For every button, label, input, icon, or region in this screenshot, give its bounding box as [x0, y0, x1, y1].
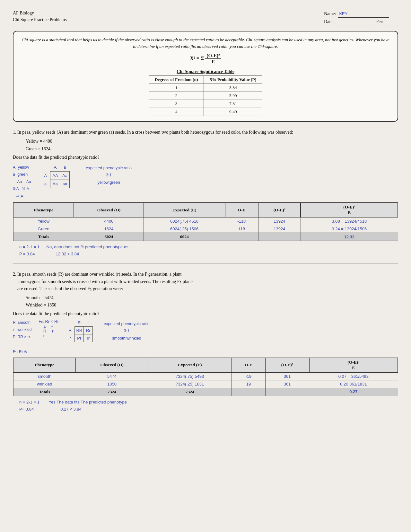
conclusion-text2-1: 12.32 > 3.84 — [56, 252, 79, 256]
divider — [13, 263, 398, 264]
sig-table-row: 13.84 — [149, 84, 262, 92]
smooth-value: 5474 — [44, 295, 53, 300]
significance-table: Degrees of Freedom (n) 5% Probability Va… — [149, 75, 263, 116]
oe2-cell: 361 — [265, 380, 309, 388]
punnett-grid-2: R r R RR Rr r Pr rr — [66, 319, 93, 342]
col-df: Degrees of Freedom (n) — [149, 76, 204, 84]
formula-denominator: E — [205, 59, 221, 65]
sig-table-row: 25.99 — [149, 92, 262, 100]
expected-note-1: expected phenotypic ratio3:1yellow:green — [86, 164, 131, 186]
conclusion-1: n = 2-1 = 1 No, data does not fit predic… — [19, 244, 398, 258]
sig-table-row: 37.81 — [149, 100, 262, 108]
phenotype-cell: Yellow — [13, 217, 74, 225]
oe-cell: 118 — [225, 225, 258, 233]
totals-row: Totals 7324 7324 0.27 — [13, 388, 398, 396]
sig-df: 1 — [149, 84, 204, 92]
punnett-header-A: A — [50, 163, 60, 172]
oe2e-cell: 0.07 = 361/5493 — [309, 372, 398, 380]
conclusion-text-2: Yes The data fits The predicted phenotyp… — [49, 400, 127, 404]
oe2-cell: 13924 — [258, 225, 301, 233]
oe-cell: -118 — [225, 217, 258, 225]
totals-oe2 — [265, 388, 309, 396]
student-info: Name: KEY Date: Per: — [324, 10, 398, 26]
totals-observed: 7324 — [76, 388, 148, 396]
formula-numerator: (O-E)² — [205, 53, 221, 59]
oe-cell: -19 — [232, 372, 265, 380]
conclusion-text2-2: 0.27 < 3.84 — [60, 407, 81, 412]
info-box: Chi-square is a statistical tool that he… — [13, 31, 398, 122]
problem-1-text: 1. In peas, yellow seeds (A) are dominan… — [13, 129, 398, 136]
th-oe2-2: (O-E)² — [265, 358, 309, 372]
problem-2-text: 2. In peas, smooth seeds (R) are dominan… — [13, 271, 398, 292]
th-expected-2: Expected (E) — [148, 358, 232, 372]
problem-1-number: 1. — [13, 130, 16, 135]
wrinkled-label: Wrinkled = — [26, 303, 46, 307]
ph2-RR: RR — [75, 327, 84, 334]
punnett-wrap-1: A a A AA Aa a Aa aa — [41, 163, 70, 189]
name-value: KEY — [338, 10, 389, 18]
green-value: 1624 — [41, 146, 50, 151]
punnett-Aa2: Aa — [50, 180, 60, 188]
sig-table-wrap: Degrees of Freedom (n) 5% Probability Va… — [21, 75, 390, 116]
problem-2-data: Smooth = 5474 Wrinkled = 1850 — [26, 294, 398, 309]
wrinkled-value: 1850 — [47, 303, 56, 307]
sig-df: 4 — [149, 108, 204, 116]
th-phenotype-2: Phenotype — [13, 358, 76, 372]
problem-2-description-1: In peas, smooth seeds (R) are dominant o… — [17, 272, 182, 277]
cross-labels-1: A=yellow a=green Aa Aa 0:A ¾:A ¼:A — [13, 164, 31, 200]
date-value — [336, 18, 374, 26]
totals-oe — [232, 388, 265, 396]
th-phenotype-1: Phenotype — [13, 203, 74, 217]
date-label: Date: — [324, 18, 334, 26]
sig-p: 5.99 — [204, 92, 262, 100]
problem-2-description-3: are crossed. The seeds of the observed F… — [17, 286, 123, 291]
table-row: Green 1624 6024(.25) 1506 118 13924 9.24… — [13, 225, 398, 233]
punnett-row-A: A — [41, 172, 50, 180]
totals-oe2e: 12.32 — [301, 233, 398, 241]
per-value — [385, 18, 398, 26]
phenotype-cell: wrinkled — [13, 380, 76, 388]
conclusion-text-1: No, data does not fit predicted phenotyp… — [47, 244, 128, 249]
ph2-Pr: Pr — [75, 334, 84, 342]
sig-table-row: 49.49 — [149, 108, 262, 116]
punnett-header-blank — [41, 163, 50, 172]
phenotype-cell: Green — [13, 225, 74, 233]
th-expected-1: Expected (E) — [144, 203, 225, 217]
th-oe2e-1: (O-E)² E — [301, 203, 398, 217]
expected-cell: 7324(.75) 5493 — [148, 372, 232, 380]
punnett-header-a: a — [60, 163, 70, 172]
per-label: Per: — [376, 18, 383, 26]
conclusion-n-1: n = 2-1 = 1 — [19, 244, 39, 249]
conclusion-p-2: P= 3.84 — [19, 407, 34, 412]
cross-area-1: A=yellow a=green Aa Aa 0:A ¾:A ¼:A A a A… — [13, 163, 398, 200]
punnett-row-a: a — [41, 180, 50, 188]
problem-2-number: 2. — [13, 272, 16, 277]
yellow-value: 4400 — [43, 139, 52, 144]
expected-cell: 7324(.25) 1831 — [148, 380, 232, 388]
sig-p: 3.84 — [204, 84, 262, 92]
data-table-2: Phenotype Obseved (O) Expected (E) O-E (… — [13, 358, 398, 396]
observed-cell: 5474 — [76, 372, 148, 380]
smooth-label: Smooth = — [26, 295, 43, 300]
th-oe-1: O-E — [225, 203, 258, 217]
ph2-row-R: R — [66, 327, 75, 334]
punnett-grid-1: A a A AA Aa a Aa aa — [41, 163, 70, 189]
totals-observed: 6024 — [74, 233, 144, 241]
conclusion-2: n = 2-1 = 1 Yes The data fits The predic… — [19, 399, 398, 413]
th-oe-2: O-E — [232, 358, 265, 372]
oe2-cell: 361 — [265, 372, 309, 380]
th-observed-1: Obseved (O) — [74, 203, 144, 217]
sig-df: 2 — [149, 92, 204, 100]
sig-p: 9.49 — [204, 108, 262, 116]
totals-phenotype: Totals — [13, 233, 74, 241]
table-row: smooth 5474 7324(.75) 5493 -19 361 0.07 … — [13, 372, 398, 380]
oe2e-cell: 3.08 = 13924/4518 — [301, 217, 398, 225]
formula-fraction: (O-E)² E — [205, 53, 221, 65]
observed-cell: 1850 — [76, 380, 148, 388]
th-oe2-1: (O-E)² — [258, 203, 301, 217]
totals-oe — [225, 233, 258, 241]
green-label: Green = — [26, 146, 40, 151]
problem-2-question: Does the data fit the predicted phenotyp… — [13, 310, 398, 317]
formula: X² = Σ (O-E)² E — [21, 53, 390, 65]
problem-1: 1. In peas, yellow seeds (A) are dominan… — [13, 129, 398, 258]
